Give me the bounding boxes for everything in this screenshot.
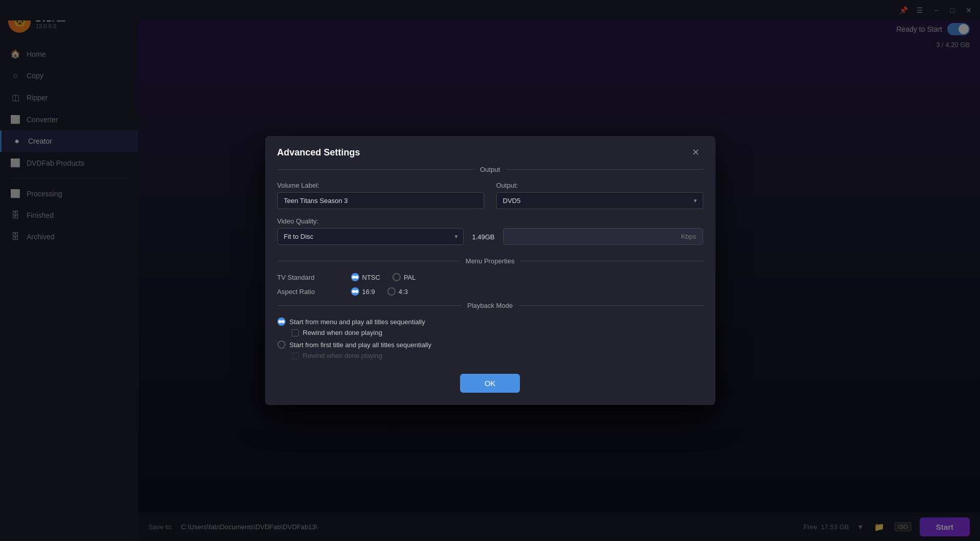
playback-option-1[interactable]: Start from menu and play all titles sequ… (277, 318, 703, 326)
4-3-option[interactable]: 4:3 (387, 287, 408, 296)
playback-line-right (519, 305, 703, 306)
rewind-checkbox-2 (292, 352, 299, 359)
playback-option-2-rewind-wrapper: Rewind when done playing (277, 352, 703, 359)
ntsc-option[interactable]: NTSC (351, 273, 380, 281)
pal-label: PAL (404, 274, 416, 281)
volume-label-text: Volume Label: (277, 182, 484, 189)
modal-close-button[interactable]: ✕ (689, 145, 703, 160)
menu-line-right (520, 261, 703, 261)
playback-section-label: Playback Mode (467, 302, 513, 309)
size-display: 1.49GB (470, 229, 496, 245)
video-quality-label: Video Quality: (277, 217, 703, 225)
output-line-left (277, 169, 474, 170)
playback-radio-1[interactable] (277, 318, 286, 326)
output-select-wrapper: DVD5 DVD9 Blu-ray ▼ (496, 192, 703, 209)
ok-button[interactable]: OK (460, 374, 520, 393)
modal-footer: OK (265, 364, 715, 393)
rewind-option-1[interactable]: Rewind when done playing (292, 329, 703, 336)
volume-output-row: Volume Label: Output: DVD5 DVD9 Blu-ray … (277, 182, 703, 209)
volume-label-input[interactable] (277, 192, 484, 209)
kbps-input[interactable] (503, 228, 703, 245)
pal-option[interactable]: PAL (393, 273, 416, 281)
playback-option-2-label: Start from first title and play all titl… (290, 341, 431, 349)
menu-section-label: Menu Properties (466, 257, 514, 265)
4-3-radio[interactable] (387, 287, 396, 296)
output-line-right (506, 169, 703, 170)
playback-section-divider: Playback Mode (277, 302, 703, 309)
modal-body: Volume Label: Output: DVD5 DVD9 Blu-ray … (265, 182, 715, 249)
playback-radio-2[interactable] (277, 341, 286, 349)
16-9-option[interactable]: 16:9 (351, 287, 375, 296)
rewind-label-2: Rewind when done playing (303, 352, 382, 359)
16-9-label: 16:9 (362, 288, 375, 296)
playback-option-2[interactable]: Start from first title and play all titl… (277, 341, 703, 349)
pal-radio[interactable] (393, 273, 401, 281)
16-9-radio[interactable] (351, 287, 359, 296)
playback-line-left (277, 305, 462, 306)
tv-standard-group: TV Standard NTSC PAL (277, 273, 703, 281)
video-quality-row: Fit to Disc High Quality Medium Low ▼ 1.… (277, 228, 703, 245)
output-label-text: Output: (496, 182, 703, 189)
video-quality-group: Video Quality: Fit to Disc High Quality … (277, 217, 703, 249)
rewind-option-2: Rewind when done playing (292, 352, 703, 359)
video-quality-select[interactable]: Fit to Disc High Quality Medium Low (277, 228, 464, 245)
menu-section-divider: Menu Properties (277, 257, 703, 265)
output-group: Output: DVD5 DVD9 Blu-ray ▼ (496, 182, 703, 209)
playback-option-1-rewind-wrapper: Rewind when done playing (277, 329, 703, 336)
menu-line-left (277, 261, 460, 261)
aspect-ratio-group: Aspect Ratio 16:9 4:3 (277, 287, 703, 296)
playback-body: Start from menu and play all titles sequ… (265, 318, 715, 359)
ntsc-label: NTSC (362, 274, 380, 281)
advanced-settings-modal: Advanced Settings ✕ Output Volume Label:… (265, 136, 715, 405)
ntsc-radio[interactable] (351, 273, 359, 281)
output-section-label: Output (480, 166, 500, 173)
volume-label-group: Volume Label: (277, 182, 484, 209)
tv-standard-label: TV Standard (277, 274, 339, 281)
menu-body: TV Standard NTSC PAL Aspect Ratio 16:9 (265, 273, 715, 296)
rewind-checkbox-1[interactable] (292, 329, 299, 336)
4-3-label: 4:3 (399, 288, 408, 296)
modal-header: Advanced Settings ✕ (265, 136, 715, 166)
modal-title: Advanced Settings (277, 147, 360, 158)
rewind-label-1: Rewind when done playing (303, 329, 382, 336)
video-quality-select-wrapper: Fit to Disc High Quality Medium Low ▼ (277, 228, 464, 245)
aspect-ratio-label: Aspect Ratio (277, 288, 339, 296)
output-section-divider: Output (277, 166, 703, 173)
playback-option-1-label: Start from menu and play all titles sequ… (290, 318, 425, 326)
output-select[interactable]: DVD5 DVD9 Blu-ray (496, 192, 703, 209)
